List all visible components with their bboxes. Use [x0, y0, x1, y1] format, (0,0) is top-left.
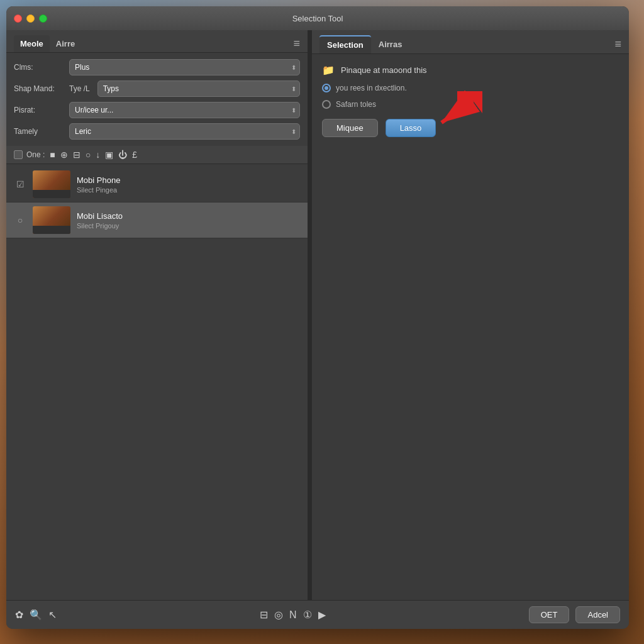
close-button[interactable] — [14, 14, 22, 23]
window-title: Selection Tool — [292, 14, 343, 23]
select-tamely[interactable]: Leric ⬍ — [69, 123, 300, 140]
list-item-subtitle-0: Silect Pingea — [77, 186, 120, 194]
form-row-shap: Shap Mand: Tye /L Typs ⬍ — [14, 80, 300, 97]
list-item-icon-1: ○ — [14, 214, 26, 226]
form-area: Clms: Plus Minus ⬍ Shap Mand: Tye /L — [6, 53, 308, 146]
lasso-button[interactable]: Lasso — [386, 119, 436, 137]
toolbar-icon-image[interactable]: ▣ — [105, 150, 113, 160]
toolbar-icon-currency[interactable]: £ — [132, 150, 137, 160]
radio-label-2: Safarn toles — [336, 100, 376, 109]
list-area: ☑ Mobi Phone Silect Pingea ○ Mob — [6, 164, 308, 600]
bottom-bar: ✿ 🔍 ↖ ⊟ ◎ N ① ▶ OET Adcel — [6, 600, 629, 629]
radio-button-2[interactable] — [322, 100, 331, 109]
list-item-text-1: Mobi Lisacto Silect Prigouy — [77, 211, 123, 230]
toolbar-icon-copy[interactable]: ⊟ — [73, 150, 80, 160]
bottom-icon-flower[interactable]: ✿ — [15, 609, 23, 621]
bottom-icon-info[interactable]: ① — [303, 609, 312, 621]
list-item-thumb-1 — [33, 206, 70, 234]
list-item-title-1: Mobi Lisacto — [77, 211, 123, 221]
label-tamely: Tamely — [14, 127, 64, 136]
traffic-lights — [14, 14, 47, 23]
toolbar-icon-down[interactable]: ↓ — [96, 150, 100, 160]
list-item-text-0: Mobi Phone Silect Pingea — [77, 175, 120, 194]
maximize-button[interactable] — [39, 14, 47, 23]
form-row-clms: Clms: Plus Minus ⬍ — [14, 59, 300, 75]
toolbar-icons: ■ ⊕ ⊟ ○ ↓ ▣ ⏻ £ — [50, 150, 137, 160]
bottom-icon-target[interactable]: ◎ — [274, 609, 283, 621]
right-content: 📁 Pinaque at maoond this you rees in dxe… — [312, 54, 629, 136]
action-buttons: Miquee Lasso — [322, 119, 619, 137]
toolbar-icon-square[interactable]: ■ — [50, 150, 55, 160]
select-pisrat[interactable]: Ur/icee ur... ⬍ — [69, 102, 300, 118]
left-panel-menu-icon[interactable]: ≡ — [293, 37, 300, 50]
tab-meole[interactable]: Meole — [14, 35, 50, 52]
radio-button-1[interactable] — [322, 84, 331, 92]
tab-airras[interactable]: Airras — [371, 36, 410, 53]
pisrat-select[interactable]: Ur/icee ur... — [69, 102, 300, 118]
folder-text: Pinaque at maoond this — [341, 65, 427, 75]
label-clms: Clms: — [14, 63, 64, 72]
form-row-tamely: Tamely Leric ⬍ — [14, 123, 300, 140]
list-item-subtitle-1: Silect Prigouy — [77, 222, 123, 230]
radio-label-1: you rees in dxectlion. — [336, 84, 407, 92]
list-item-icon-0: ☑ — [14, 178, 26, 191]
left-panel: Meole Airre ≡ Clms: Plus Minus ⬍ — [6, 30, 308, 600]
toolbar-icon-circle-plus[interactable]: ⊕ — [60, 150, 68, 160]
bottom-icon-play[interactable]: ▶ — [318, 609, 326, 621]
tamely-select[interactable]: Leric — [69, 123, 300, 140]
right-panel-menu-icon[interactable]: ≡ — [614, 38, 621, 51]
tab-selection[interactable]: Selection — [319, 35, 371, 53]
toolbar-icon-power[interactable]: ⏻ — [118, 150, 127, 160]
right-panel: Selection Airras ≡ 📁 Pinaque at maoond t… — [312, 30, 629, 600]
oet-button[interactable]: OET — [529, 606, 570, 623]
list-item-thumb-0 — [33, 170, 70, 198]
right-row-radio1: you rees in dxectlion. — [322, 84, 619, 92]
list-item-title-0: Mobi Phone — [77, 175, 120, 185]
main-content: Meole Airre ≡ Clms: Plus Minus ⬍ — [6, 30, 629, 600]
shap-value1: Tye /L — [69, 84, 90, 93]
bottom-icon-rect[interactable]: ⊟ — [260, 609, 268, 621]
list-item-0[interactable]: ☑ Mobi Phone Silect Pingea — [6, 167, 308, 203]
folder-icon: 📁 — [322, 64, 335, 76]
tab-airre[interactable]: Airre — [50, 35, 81, 52]
shap-select[interactable]: Typs — [97, 80, 300, 97]
form-row-pisrat: Pisrat: Ur/icee ur... ⬍ — [14, 102, 300, 118]
right-row-folder: 📁 Pinaque at maoond this — [322, 64, 619, 76]
left-panel-tabs: Meole Airre ≡ — [6, 30, 308, 53]
thumbnail-image-1 — [33, 206, 70, 234]
main-window: Selection Tool Meole Airre ≡ Clms: Plus — [6, 6, 629, 629]
title-bar: Selection Tool — [6, 6, 629, 30]
toolbar-label: One : — [26, 150, 45, 159]
minimize-button[interactable] — [26, 14, 35, 23]
adcel-button[interactable]: Adcel — [575, 606, 620, 623]
bottom-icon-n[interactable]: N — [289, 609, 297, 621]
right-panel-tabs: Selection Airras ≡ — [312, 30, 629, 54]
label-pisrat: Pisrat: — [14, 106, 64, 114]
select-shap[interactable]: Typs ⬍ — [97, 80, 300, 97]
toolbar-icon-ring[interactable]: ○ — [86, 150, 91, 160]
right-row-radio2: Safarn toles — [322, 100, 619, 109]
bottom-icon-cursor[interactable]: ↖ — [48, 609, 57, 621]
toolbar-checkbox[interactable] — [14, 150, 23, 159]
clms-select[interactable]: Plus Minus — [69, 59, 300, 75]
thumbnail-image-0 — [33, 170, 70, 198]
label-shap: Shap Mand: — [14, 84, 64, 93]
miquee-button[interactable]: Miquee — [322, 119, 378, 137]
list-item-1[interactable]: ○ Mobi Lisacto Silect Prigouy — [6, 203, 308, 238]
select-clms[interactable]: Plus Minus ⬍ — [69, 59, 300, 75]
bottom-icon-search[interactable]: 🔍 — [30, 609, 42, 621]
toolbar-row: One : ■ ⊕ ⊟ ○ ↓ ▣ ⏻ £ — [6, 146, 308, 164]
